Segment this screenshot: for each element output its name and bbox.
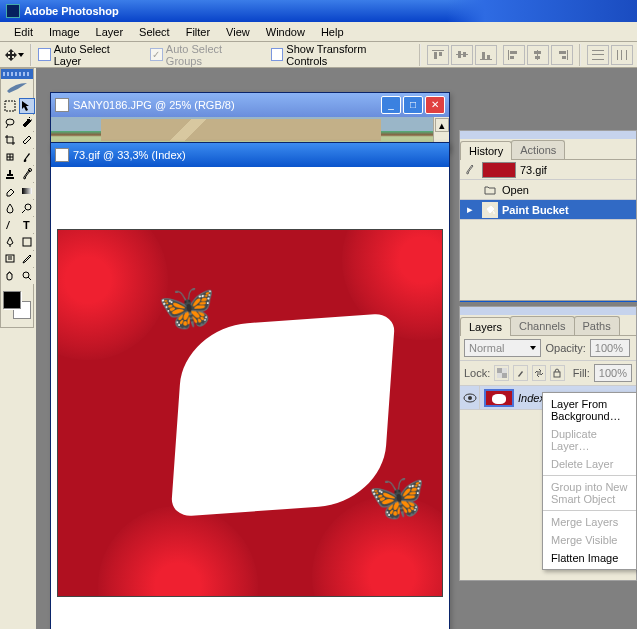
svg-rect-5 <box>463 52 466 57</box>
dodge-tool[interactable] <box>19 200 35 216</box>
svg-point-28 <box>29 169 32 172</box>
history-snapshot-row[interactable]: 73.gif <box>460 160 636 180</box>
history-step-open[interactable]: Open <box>460 180 636 200</box>
foreground-color-swatch[interactable] <box>3 291 21 309</box>
align-left-edges[interactable] <box>503 45 525 65</box>
minimize-button[interactable]: _ <box>381 96 401 114</box>
svg-rect-4 <box>458 51 461 58</box>
marquee-tool[interactable] <box>2 98 18 114</box>
layer-name[interactable]: Index <box>518 392 545 404</box>
align-top-edges[interactable] <box>427 45 449 65</box>
app-icon <box>6 4 20 18</box>
align-hcenter[interactable] <box>527 45 549 65</box>
panel-grip[interactable] <box>460 307 636 315</box>
ctx-layer-from-bg[interactable]: Layer From Background… <box>543 395 636 425</box>
tab-paths[interactable]: Paths <box>574 316 620 335</box>
svg-rect-3 <box>456 54 468 55</box>
bucket-step-icon <box>482 202 498 218</box>
path-tool[interactable] <box>2 217 18 233</box>
lock-pixels-icon[interactable] <box>513 365 528 381</box>
type-tool[interactable]: T <box>19 217 35 233</box>
visibility-toggle-icon[interactable] <box>460 386 480 409</box>
menu-edit[interactable]: Edit <box>6 24 41 40</box>
window-title-bar[interactable]: SANY0186.JPG @ 25% (RGB/8) _ □ ✕ <box>51 93 449 117</box>
blur-tool[interactable] <box>2 200 18 216</box>
svg-rect-21 <box>617 50 618 60</box>
history-brush-tool[interactable] <box>19 166 35 182</box>
svg-rect-13 <box>534 51 541 54</box>
tab-layers[interactable]: Layers <box>460 317 511 336</box>
history-step-paintbucket[interactable]: ▸ Paint Bucket <box>460 200 636 220</box>
menu-layer[interactable]: Layer <box>88 24 132 40</box>
tab-actions[interactable]: Actions <box>511 140 565 159</box>
align-group-1 <box>427 45 497 65</box>
eraser-tool[interactable] <box>2 183 18 199</box>
svg-rect-6 <box>480 59 492 60</box>
history-step-label: Paint Bucket <box>502 204 569 216</box>
move-tool[interactable] <box>19 98 35 114</box>
toolbox-grip[interactable] <box>1 69 33 79</box>
hand-tool[interactable] <box>2 268 18 284</box>
ctx-flatten[interactable]: Flatten Image <box>543 549 636 567</box>
maximize-button[interactable]: □ <box>403 96 423 114</box>
lock-all-icon[interactable] <box>550 365 565 381</box>
lasso-tool[interactable] <box>2 115 18 131</box>
menu-filter[interactable]: Filter <box>178 24 218 40</box>
crop-tool[interactable] <box>2 132 18 148</box>
svg-rect-0 <box>432 50 444 51</box>
menu-select[interactable]: Select <box>131 24 178 40</box>
slice-tool[interactable] <box>19 132 35 148</box>
menu-window[interactable]: Window <box>258 24 313 40</box>
menu-image[interactable]: Image <box>41 24 88 40</box>
healing-tool[interactable] <box>2 149 18 165</box>
opacity-value[interactable]: 100% <box>590 339 630 357</box>
shape-tool[interactable] <box>19 234 35 250</box>
show-transform-option[interactable]: Show Transform Controls <box>271 43 407 67</box>
document-icon <box>55 148 69 162</box>
brush-source-icon[interactable] <box>462 163 478 177</box>
menu-view[interactable]: View <box>218 24 258 40</box>
document-window-73gif[interactable]: 73.gif @ 33,3% (Index) 🦋 🦋 <box>50 142 450 629</box>
close-button[interactable]: ✕ <box>425 96 445 114</box>
align-bottom-edges[interactable] <box>475 45 497 65</box>
align-right-edges[interactable] <box>551 45 573 65</box>
color-swatches[interactable] <box>1 285 33 327</box>
align-vcenter[interactable] <box>451 45 473 65</box>
lock-position-icon[interactable] <box>532 365 547 381</box>
svg-rect-33 <box>23 238 31 246</box>
align-group-2 <box>503 45 573 65</box>
menu-help[interactable]: Help <box>313 24 352 40</box>
svg-text:T: T <box>23 219 30 231</box>
zoom-tool[interactable] <box>19 268 35 284</box>
eyedropper-tool[interactable] <box>19 251 35 267</box>
brush-tool[interactable] <box>19 149 35 165</box>
pen-tool[interactable] <box>2 234 18 250</box>
svg-line-31 <box>22 210 25 213</box>
fill-label: Fill: <box>573 367 590 379</box>
svg-rect-29 <box>22 188 32 194</box>
distribute-2[interactable] <box>611 45 633 65</box>
blend-mode-select[interactable]: Normal <box>464 339 541 357</box>
svg-rect-7 <box>482 52 485 59</box>
distribute-1[interactable] <box>587 45 609 65</box>
current-tool-icon[interactable] <box>4 45 24 65</box>
butterfly-graphic: 🦋 <box>158 280 215 334</box>
tab-channels[interactable]: Channels <box>510 316 574 335</box>
layer-context-menu: Layer From Background… Duplicate Layer… … <box>542 392 637 570</box>
fill-value[interactable]: 100% <box>594 364 632 382</box>
notes-tool[interactable] <box>2 251 18 267</box>
layer-thumbnail[interactable] <box>484 389 514 407</box>
gradient-tool[interactable] <box>19 183 35 199</box>
svg-rect-10 <box>510 51 517 54</box>
auto-select-layer-option[interactable]: Auto Select Layer <box>38 43 138 67</box>
svg-rect-42 <box>554 372 560 377</box>
lock-transparency-icon[interactable] <box>494 365 509 381</box>
panel-grip[interactable] <box>460 131 636 139</box>
svg-rect-14 <box>535 56 540 59</box>
window-title-bar[interactable]: 73.gif @ 33,3% (Index) <box>51 143 449 167</box>
tab-history[interactable]: History <box>460 141 512 160</box>
wand-tool[interactable] <box>19 115 35 131</box>
stamp-tool[interactable] <box>2 166 18 182</box>
svg-rect-18 <box>592 50 604 51</box>
document-canvas[interactable]: 🦋 🦋 <box>57 229 443 597</box>
